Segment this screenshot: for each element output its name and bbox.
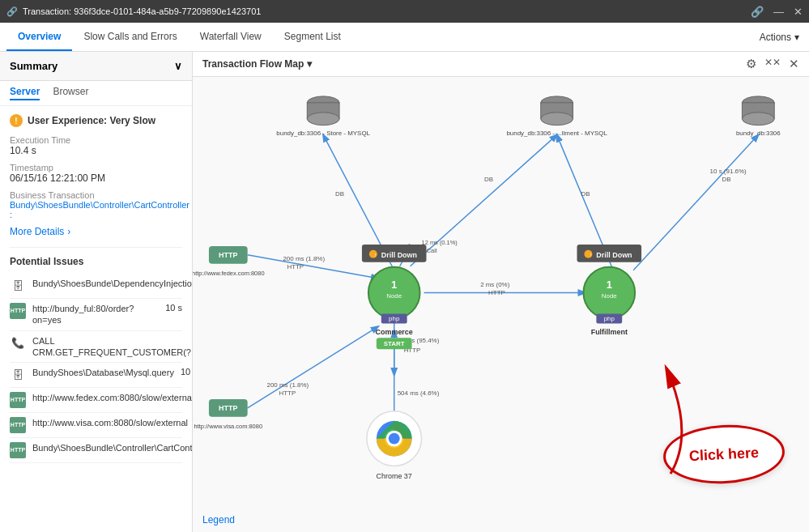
svg-text:DB: DB xyxy=(581,190,590,198)
server-browser-tabs: Server Browser xyxy=(0,81,192,106)
svg-text:Fulfillment: Fulfillment xyxy=(591,328,628,336)
issue-time: 10 s xyxy=(181,367,193,377)
svg-text:DB: DB xyxy=(335,190,344,198)
node-fulfillment[interactable]: ! Drill Down 1 Node php Fulfillment xyxy=(577,245,641,336)
svg-point-10 xyxy=(742,113,774,126)
issue-text: BundyShoes\Database\Mysql.query xyxy=(32,367,174,378)
svg-text:1: 1 xyxy=(607,279,612,291)
close-icon[interactable]: ✕ xyxy=(794,6,803,18)
link-icon[interactable]: 🔗 xyxy=(751,6,764,18)
actions-label: Actions xyxy=(760,32,791,43)
sidebar: Summary ∨ Server Browser ! User Experien… xyxy=(0,52,193,532)
title-bar-title: Transaction: 936f3dce-0101-484a-a5b9-772… xyxy=(23,6,751,16)
flow-canvas: bundy_db:3306 - Store - MYSQL bundy_db:3… xyxy=(193,77,809,532)
settings-icon[interactable]: ⚙ xyxy=(746,57,756,71)
more-details-label: More Details xyxy=(10,226,64,237)
tab-segment-list[interactable]: Segment List xyxy=(273,23,352,51)
svg-point-6 xyxy=(541,113,573,126)
svg-text:Node: Node xyxy=(386,292,402,300)
node-commerce[interactable]: ! Drill Down 1 Node php Commerce START xyxy=(362,245,427,349)
issue-text: Bundy\ShoesBundle\Controller\CartControl… xyxy=(32,442,193,453)
svg-text:Chrome 37: Chrome 37 xyxy=(377,472,412,480)
summary-header: Summary ∨ xyxy=(0,52,192,81)
click-here-label: Click here xyxy=(688,444,759,464)
http-icon: HTTP xyxy=(10,442,26,458)
user-experience-badge: ! User Experience: Very Slow xyxy=(10,114,182,127)
http-icon: HTTP xyxy=(10,417,26,433)
http-icon: HTTP xyxy=(10,303,26,319)
list-item[interactable]: HTTP http://www.fedex.com:8080/slow/exte… xyxy=(10,388,182,413)
svg-text:http://www.fedex.com:8080: http://www.fedex.com:8080 xyxy=(193,270,265,277)
tab-slow-calls[interactable]: Slow Calls and Errors xyxy=(72,23,188,51)
svg-text:12 ms (0.1%): 12 ms (0.1%) xyxy=(422,239,458,246)
list-item[interactable]: 🗄 BundyShoes\Database\Mysql.query 10 s xyxy=(10,363,182,388)
tab-overview[interactable]: Overview xyxy=(6,23,72,51)
minimize-icon[interactable]: — xyxy=(773,6,784,18)
svg-text:10 s (91.6%): 10 s (91.6%) xyxy=(710,168,747,175)
svg-text:Drill Down: Drill Down xyxy=(381,251,417,259)
svg-text:1: 1 xyxy=(391,279,397,291)
db-icon: 🗄 xyxy=(10,278,26,294)
main-layout: Summary ∨ Server Browser ! User Experien… xyxy=(0,52,809,532)
list-item[interactable]: HTTP Bundy\ShoesBundle\Controller\CartCo… xyxy=(10,438,182,463)
svg-text:HTTP: HTTP xyxy=(488,289,505,296)
list-item[interactable]: 📞 CALL CRM.GET_FREQUENT_CUSTOMER(?,@FN,@… xyxy=(10,331,182,364)
title-bar-controls[interactable]: 🔗 — ✕ xyxy=(751,6,803,18)
timestamp-block: Timestamp 06/15/16 12:21:00 PM xyxy=(10,163,182,184)
svg-text:504 ms (4.6%): 504 ms (4.6%) xyxy=(398,389,440,397)
sidebar-content: ! User Experience: Very Slow Execution T… xyxy=(0,106,192,471)
warning-icon: ! xyxy=(10,114,23,127)
execution-time-block: Execution Time 10.4 s xyxy=(10,135,182,156)
flow-map-label: Transaction Flow Map ▾ xyxy=(202,58,312,70)
title-bar: 🔗 Transaction: 936f3dce-0101-484a-a5b9-7… xyxy=(0,0,809,23)
svg-text:HTTP: HTTP xyxy=(219,404,237,412)
svg-text:php: php xyxy=(389,315,400,322)
svg-text:Commerce: Commerce xyxy=(376,328,413,336)
business-tx-label: Business Transaction xyxy=(10,190,182,200)
tab-server[interactable]: Server xyxy=(10,86,40,100)
issue-text: http://www.visa.com:8080/slow/external xyxy=(32,417,188,428)
issue-text: http://bundy_ful:80/order?on=yes xyxy=(32,303,159,326)
phone-icon: 📞 xyxy=(10,335,26,351)
flow-map-title: Transaction Flow Map xyxy=(202,58,304,70)
issue-time: 10 s xyxy=(165,303,182,313)
svg-point-69 xyxy=(389,433,400,445)
timestamp-value: 06/15/16 12:21:00 PM xyxy=(10,172,182,184)
svg-line-40 xyxy=(633,135,758,270)
db-icon: 🗄 xyxy=(10,367,26,383)
more-details-link[interactable]: More Details › xyxy=(10,226,182,237)
issue-text: http://www.fedex.com:8080/slow/external xyxy=(32,392,193,403)
issue-text: CALL CRM.GET_FREQUENT_CUSTOMER(?,@FN,@LN… xyxy=(32,335,193,359)
flow-map-chevron[interactable]: ▾ xyxy=(307,58,312,70)
svg-text:2 ms (0%): 2 ms (0%) xyxy=(480,281,510,288)
actions-chevron: ▾ xyxy=(794,32,799,43)
tab-browser[interactable]: Browser xyxy=(53,86,88,100)
svg-text:php: php xyxy=(604,315,615,322)
content-area: Transaction Flow Map ▾ ⚙ ✕✕ ✕ xyxy=(193,52,809,532)
svg-text:DB: DB xyxy=(484,176,493,183)
node-chrome[interactable]: Chrome 37 xyxy=(367,411,422,481)
list-item[interactable]: HTTP http://www.visa.com:8080/slow/exter… xyxy=(10,413,182,438)
tab-waterfall[interactable]: Waterfall View xyxy=(189,23,273,51)
svg-text:HTTP: HTTP xyxy=(279,389,296,397)
actions-button[interactable]: Actions ▾ xyxy=(760,23,803,51)
svg-text:START: START xyxy=(384,340,405,347)
business-tx-link[interactable]: Bundy\ShoesBundle\Controller\CartControl… xyxy=(10,200,182,219)
issue-text: Bundy\ShoesBunde\DependencyInjection\Ser… xyxy=(32,278,193,289)
close-icon[interactable]: ✕ xyxy=(789,57,799,71)
toolbar-icons: ⚙ ✕✕ ✕ xyxy=(746,57,799,71)
more-details-chevron: › xyxy=(67,226,70,237)
business-tx-block: Business Transaction Bundy\ShoesBundle\C… xyxy=(10,190,182,219)
svg-text:200 ms (1.8%): 200 ms (1.8%) xyxy=(283,255,325,262)
execution-time-value: 10.4 s xyxy=(10,145,182,156)
legend-link[interactable]: Legend xyxy=(202,514,235,526)
svg-text:DB: DB xyxy=(722,176,731,183)
list-item[interactable]: HTTP http://bundy_ful:80/order?on=yes 10… xyxy=(10,299,182,331)
user-exp-text: User Experience: Very Slow xyxy=(28,115,155,126)
nav-bar: Overview Slow Calls and Errors Waterfall… xyxy=(0,23,809,52)
title-bar-icon: 🔗 xyxy=(6,6,18,17)
resize-icon[interactable]: ✕✕ xyxy=(764,57,781,71)
list-item[interactable]: 🗄 Bundy\ShoesBunde\DependencyInjection\S… xyxy=(10,274,182,299)
svg-point-2 xyxy=(307,113,339,126)
summary-collapse-icon[interactable]: ∨ xyxy=(174,60,182,72)
